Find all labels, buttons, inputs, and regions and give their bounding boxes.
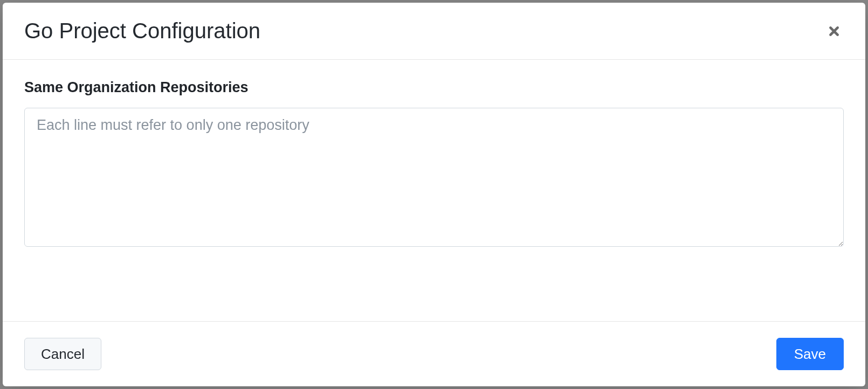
repositories-label: Same Organization Repositories — [24, 79, 844, 96]
close-icon — [826, 24, 842, 39]
modal-title: Go Project Configuration — [24, 19, 260, 43]
close-button[interactable] — [824, 22, 844, 41]
repositories-textarea[interactable] — [24, 108, 844, 247]
cancel-button[interactable]: Cancel — [24, 338, 101, 370]
save-button[interactable]: Save — [776, 338, 844, 370]
modal-footer: Cancel Save — [3, 321, 865, 386]
modal-body: Same Organization Repositories — [3, 60, 865, 321]
modal-header: Go Project Configuration — [3, 3, 865, 60]
modal-dialog: Go Project Configuration Same Organizati… — [3, 3, 865, 386]
